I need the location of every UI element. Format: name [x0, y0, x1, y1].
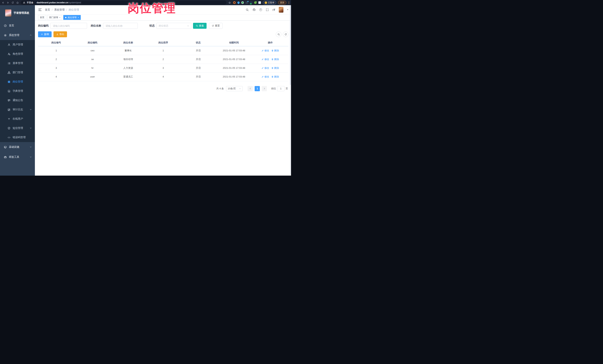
tab-close-icon[interactable]: ×: [59, 17, 60, 19]
edit-link[interactable]: 修改: [262, 66, 269, 70]
cell-code: ceo: [74, 46, 111, 55]
edit-link[interactable]: 修改: [262, 49, 269, 52]
header-search-icon[interactable]: [245, 8, 249, 11]
sidebar-item-posts[interactable]: 岗位管理: [0, 77, 35, 86]
font-size-icon[interactable]: TT: [272, 8, 275, 11]
cell-id: 3: [38, 64, 74, 72]
status-select-placeholder: 岗位状态: [159, 24, 168, 27]
table-row: 4 user 普通员工 4 开启 2021-01-05 17:03:48 修改 …: [38, 72, 289, 81]
reload-icon[interactable]: [11, 1, 14, 4]
extensions-puzzle-icon[interactable]: [258, 1, 261, 4]
table-row: 1 ceo 董事长 1 开启 2021-01-05 17:03:48 修改 删除: [38, 46, 289, 55]
paused-extension-pill[interactable]: ☺ 已暂停: [263, 1, 276, 4]
extension-pin-icon[interactable]: [237, 1, 240, 4]
post-code-input[interactable]: [53, 24, 85, 27]
extension-grid-icon[interactable]: [245, 1, 248, 4]
gear-icon: [4, 34, 7, 37]
sidebar-toggle-icon[interactable]: [38, 8, 42, 12]
sidebar-item-label: 部门管理: [13, 71, 32, 74]
sidebar-item-online-users[interactable]: 在线用户: [0, 114, 35, 123]
user-avatar[interactable]: [279, 7, 283, 13]
delete-link[interactable]: 删除: [271, 66, 279, 70]
edit-link[interactable]: 修改: [262, 58, 269, 61]
delete-link[interactable]: 删除: [271, 58, 279, 61]
dictionary-icon: [7, 89, 10, 93]
address-bar[interactable]: 不安全 dashboard.yudao.iocoder.cn/system/po…: [21, 0, 226, 5]
page-number-button[interactable]: 1: [255, 86, 260, 91]
prev-page-button[interactable]: [248, 86, 253, 91]
audit-log-icon: [7, 108, 10, 111]
delete-link[interactable]: 删除: [271, 49, 279, 52]
emoji-face-icon: ☺: [265, 1, 267, 4]
app-frame: 芋道管理系统 首页 系统管理 用户管理: [0, 5, 291, 176]
sidebar-item-system[interactable]: 系统管理: [0, 30, 35, 40]
extension-donut-icon[interactable]: [233, 1, 236, 4]
edit-link[interactable]: 修改: [262, 75, 269, 78]
sidebar-item-users[interactable]: 用户管理: [0, 40, 35, 49]
avatar-caret-icon[interactable]: [287, 9, 289, 10]
toggle-search-button[interactable]: [276, 32, 281, 37]
tab-post[interactable]: 岗位管理 ×: [63, 15, 81, 20]
sidebar-item-roles[interactable]: 角色管理: [0, 49, 35, 59]
navbar-tools: ? TT: [245, 7, 289, 13]
sidebar-item-notice[interactable]: 通知公告: [0, 96, 35, 105]
goto-label: 前往: [271, 87, 276, 90]
cell-name: 人力资源: [111, 64, 146, 72]
fullscreen-icon[interactable]: [266, 8, 269, 11]
export-button[interactable]: 导出: [53, 31, 67, 37]
browser-update-button[interactable]: 更新: [278, 1, 286, 4]
app-logo-row[interactable]: 芋道管理系统: [0, 5, 35, 21]
goto-page-input[interactable]: [277, 86, 285, 91]
forward-icon[interactable]: [6, 1, 9, 4]
help-icon[interactable]: ?: [259, 8, 262, 11]
add-button[interactable]: 新增: [38, 31, 52, 37]
online-user-icon: [7, 117, 10, 120]
sidebar-item-infrastructure[interactable]: 基础设施: [0, 142, 35, 152]
search-button[interactable]: 搜索: [193, 23, 207, 29]
url-path: /system/post: [68, 1, 81, 4]
role-icon: [7, 53, 10, 55]
extension-icons: ✓: [233, 1, 261, 4]
infrastructure-icon: [4, 145, 7, 149]
breadcrumb-home[interactable]: 首页: [45, 8, 50, 11]
refresh-button[interactable]: [283, 32, 289, 37]
sidebar-item-devtools[interactable]: 研发工具: [0, 152, 35, 162]
sidebar-item-audit-log[interactable]: 审计日志: [0, 105, 35, 114]
code-icon: [7, 136, 10, 139]
github-icon[interactable]: [252, 8, 256, 11]
sidebar-item-menus[interactable]: 菜单管理: [0, 59, 35, 68]
sidebar-item-dict[interactable]: 字典管理: [0, 86, 35, 96]
sidebar-item-error-codes[interactable]: 错误码管理: [0, 133, 35, 142]
back-icon[interactable]: [1, 1, 4, 4]
system-submenu: 用户管理 角色管理 菜单管理 部门管理: [0, 40, 35, 142]
browser-menu-icon[interactable]: [288, 1, 290, 4]
page-scrollbar[interactable]: [290, 5, 291, 176]
page-size-select[interactable]: 10条/页: [226, 86, 243, 91]
extension-check-icon[interactable]: ✓: [241, 1, 244, 4]
status-select[interactable]: 岗位状态: [156, 23, 191, 29]
sidebar-item-depts[interactable]: 部门管理: [0, 68, 35, 77]
tab-home[interactable]: 首页: [38, 15, 46, 20]
bookmark-star-icon[interactable]: [228, 1, 231, 4]
delete-link[interactable]: 删除: [271, 75, 279, 78]
col-header-status: 状态: [181, 39, 216, 46]
chevron-down-icon: [30, 109, 32, 111]
extension-crx-icon[interactable]: [250, 1, 252, 4]
search-form: 岗位编码 岗位名称 状态 岗位状态 搜索: [38, 23, 289, 29]
url-text[interactable]: dashboard.yudao.iocoder.cn/system/post: [36, 1, 81, 4]
chevron-down-icon: [30, 146, 32, 148]
next-page-button[interactable]: [262, 86, 267, 91]
home-icon[interactable]: [16, 1, 19, 4]
post-code-label: 岗位编码: [38, 24, 48, 27]
screen: 不安全 dashboard.yudao.iocoder.cn/system/po…: [0, 0, 291, 176]
post-name-input[interactable]: [105, 24, 136, 27]
scrollbar-thumb[interactable]: [290, 5, 291, 85]
security-label[interactable]: 不安全: [27, 1, 34, 4]
sidebar-menu: 首页 系统管理 用户管理 角色管理: [0, 21, 35, 176]
reset-button[interactable]: 重置: [209, 23, 222, 29]
extension-sprout-icon[interactable]: [254, 1, 257, 4]
sidebar-item-home[interactable]: 首页: [0, 21, 35, 30]
tab-dept[interactable]: 部门管理 ×: [47, 15, 62, 20]
tab-close-icon[interactable]: ×: [78, 17, 79, 19]
sidebar-item-sms[interactable]: 短信管理: [0, 123, 35, 133]
